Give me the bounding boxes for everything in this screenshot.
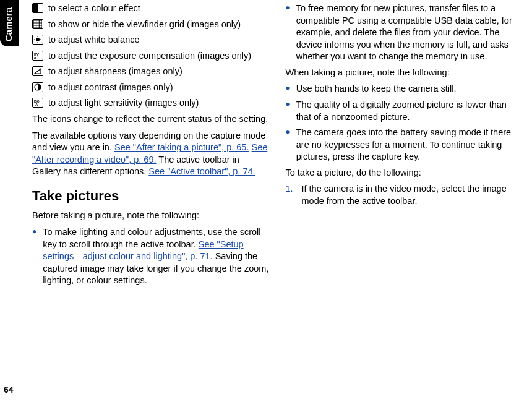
text-fragment: If the camera is in the video mode, sele… bbox=[301, 183, 523, 207]
toolbar-option: to adjust white balance bbox=[32, 34, 270, 46]
svg-rect-1 bbox=[38, 4, 42, 12]
option-text: to adjust light sensitivity (images only… bbox=[48, 97, 270, 109]
toolbar-option: EV0 to adjust the exposure compensation … bbox=[32, 50, 270, 62]
white-balance-icon bbox=[32, 35, 43, 45]
list-item: To free memory for new pictures, transfe… bbox=[285, 2, 523, 63]
toolbar-option: to adjust sharpness (images only) bbox=[32, 66, 270, 78]
text-fragment: To free memory for new pictures, transfe… bbox=[296, 2, 523, 63]
column-divider bbox=[278, 2, 278, 396]
option-text: to adjust the exposure compensation (ima… bbox=[48, 50, 270, 62]
body-text: When taking a picture, note the followin… bbox=[285, 67, 523, 79]
body-text: Before taking a picture, note the follow… bbox=[32, 210, 270, 222]
svg-rect-0 bbox=[33, 4, 38, 12]
option-text: to select a colour effect bbox=[48, 2, 270, 15]
list-item: The quality of a digitally zoomed pictur… bbox=[285, 99, 523, 123]
sharpness-icon bbox=[32, 66, 43, 76]
body-text: To take a picture, do the following: bbox=[285, 167, 523, 179]
toolbar-option: to show or hide the viewfinder grid (ima… bbox=[32, 19, 270, 31]
svg-rect-2 bbox=[33, 20, 42, 28]
option-text: to adjust sharpness (images only) bbox=[48, 66, 270, 78]
section-heading: Take pictures bbox=[32, 187, 270, 205]
bullet-list: To make lighting and colour adjustments,… bbox=[32, 226, 270, 287]
option-text: to adjust white balance bbox=[48, 34, 270, 46]
body-text: The available options vary depending on … bbox=[32, 130, 270, 178]
page-number: 64 bbox=[4, 384, 14, 396]
svg-text:0: 0 bbox=[34, 56, 36, 59]
svg-point-7 bbox=[36, 38, 40, 41]
contrast-icon bbox=[32, 82, 43, 92]
list-item: If the camera is in the video mode, sele… bbox=[285, 183, 523, 207]
body-text: The icons change to reflect the current … bbox=[32, 113, 270, 126]
column-right: To free memory for new pictures, transfe… bbox=[285, 2, 523, 396]
colour-effect-icon bbox=[32, 3, 43, 13]
section-tab: Camera bbox=[0, 0, 19, 46]
text-fragment: Use both hands to keep the camera still. bbox=[296, 83, 457, 95]
bullet-list: Use both hands to keep the camera still.… bbox=[285, 83, 523, 163]
list-item: Use both hands to keep the camera still. bbox=[285, 83, 523, 95]
xref-link[interactable]: See "Active toolbar", p. 74. bbox=[148, 166, 255, 176]
text-fragment: The camera goes into the battery saving … bbox=[296, 127, 523, 163]
svg-marker-14 bbox=[35, 69, 41, 74]
toolbar-option: to select a colour effect bbox=[32, 2, 270, 15]
grid-icon bbox=[32, 19, 43, 29]
list-item: The camera goes into the battery saving … bbox=[285, 127, 523, 163]
text-fragment: The quality of a digitally zoomed pictur… bbox=[296, 99, 523, 123]
xref-link[interactable]: See "After taking a picture", p. 65. bbox=[114, 142, 249, 152]
numbered-list: If the camera is in the video mode, sele… bbox=[285, 183, 523, 207]
toolbar-option: to adjust contrast (images only) bbox=[32, 82, 270, 94]
option-text: to show or hide the viewfinder grid (ima… bbox=[48, 19, 270, 31]
svg-text:A: A bbox=[35, 103, 38, 106]
column-left: to select a colour effect to show or hid… bbox=[32, 2, 270, 396]
option-text: to adjust contrast (images only) bbox=[48, 82, 270, 94]
content-columns: to select a colour effect to show or hid… bbox=[32, 2, 523, 396]
list-item: To make lighting and colour adjustments,… bbox=[32, 226, 270, 287]
toolbar-option: ISOA to adjust light sensitivity (images… bbox=[32, 97, 270, 109]
iso-icon: ISOA bbox=[32, 98, 43, 108]
bullet-list: To free memory for new pictures, transfe… bbox=[285, 2, 523, 63]
exposure-icon: EV0 bbox=[32, 51, 43, 61]
